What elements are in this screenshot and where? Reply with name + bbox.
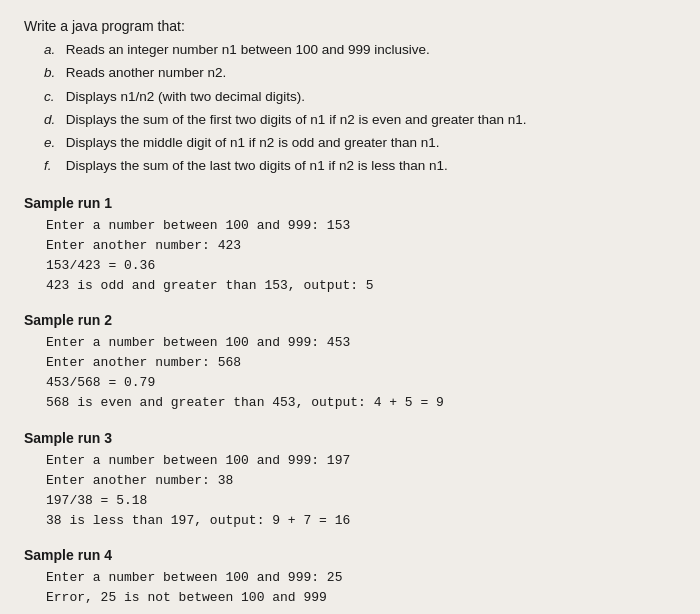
- sample-title-2: Sample run 2: [24, 312, 676, 328]
- page-title: Write a java program that:: [24, 18, 676, 34]
- sample-title-3: Sample run 3: [24, 430, 676, 446]
- sample-1-line-4: 423 is odd and greater than 153, output:…: [46, 276, 676, 296]
- label-b: b.: [44, 63, 62, 83]
- sample-section-2: Sample run 2Enter a number between 100 a…: [24, 312, 676, 414]
- label-d: d.: [44, 110, 62, 130]
- instruction-a: a. Reads an integer number n1 between 10…: [44, 40, 676, 60]
- sample-2-line-1: Enter a number between 100 and 999: 453: [46, 333, 676, 353]
- label-c: c.: [44, 87, 62, 107]
- samples-container: Sample run 1Enter a number between 100 a…: [24, 195, 676, 609]
- sample-code-4: Enter a number between 100 and 999: 25Er…: [46, 568, 676, 608]
- instruction-d-text: Displays the sum of the first two digits…: [66, 112, 527, 127]
- sample-3-line-2: Enter another number: 38: [46, 471, 676, 491]
- sample-section-4: Sample run 4Enter a number between 100 a…: [24, 547, 676, 608]
- sample-title-1: Sample run 1: [24, 195, 676, 211]
- sample-section-3: Sample run 3Enter a number between 100 a…: [24, 430, 676, 532]
- sample-3-line-1: Enter a number between 100 and 999: 197: [46, 451, 676, 471]
- sample-4-line-1: Enter a number between 100 and 999: 25: [46, 568, 676, 588]
- label-f: f.: [44, 156, 62, 176]
- sample-title-4: Sample run 4: [24, 547, 676, 563]
- instruction-f-text: Displays the sum of the last two digits …: [66, 158, 448, 173]
- instruction-e: e. Displays the middle digit of n1 if n2…: [44, 133, 676, 153]
- instruction-a-text: Reads an integer number n1 between 100 a…: [66, 42, 430, 57]
- sample-code-3: Enter a number between 100 and 999: 197E…: [46, 451, 676, 532]
- label-e: e.: [44, 133, 62, 153]
- sample-1-line-2: Enter another number: 423: [46, 236, 676, 256]
- instruction-c: c. Displays n1/n2 (with two decimal digi…: [44, 87, 676, 107]
- sample-3-line-4: 38 is less than 197, output: 9 + 7 = 16: [46, 511, 676, 531]
- sample-1-line-3: 153/423 = 0.36: [46, 256, 676, 276]
- instruction-c-text: Displays n1/n2 (with two decimal digits)…: [66, 89, 305, 104]
- sample-3-line-3: 197/38 = 5.18: [46, 491, 676, 511]
- instruction-b: b. Reads another number n2.: [44, 63, 676, 83]
- sample-4-line-2: Error, 25 is not between 100 and 999: [46, 588, 676, 608]
- instructions-list: a. Reads an integer number n1 between 10…: [44, 40, 676, 177]
- sample-1-line-1: Enter a number between 100 and 999: 153: [46, 216, 676, 236]
- sample-code-2: Enter a number between 100 and 999: 453E…: [46, 333, 676, 414]
- label-a: a.: [44, 40, 62, 60]
- sample-2-line-3: 453/568 = 0.79: [46, 373, 676, 393]
- instruction-f: f. Displays the sum of the last two digi…: [44, 156, 676, 176]
- instruction-b-text: Reads another number n2.: [66, 65, 227, 80]
- instruction-d: d. Displays the sum of the first two dig…: [44, 110, 676, 130]
- sample-section-1: Sample run 1Enter a number between 100 a…: [24, 195, 676, 297]
- sample-2-line-4: 568 is even and greater than 453, output…: [46, 393, 676, 413]
- instruction-e-text: Displays the middle digit of n1 if n2 is…: [66, 135, 440, 150]
- sample-2-line-2: Enter another number: 568: [46, 353, 676, 373]
- sample-code-1: Enter a number between 100 and 999: 153E…: [46, 216, 676, 297]
